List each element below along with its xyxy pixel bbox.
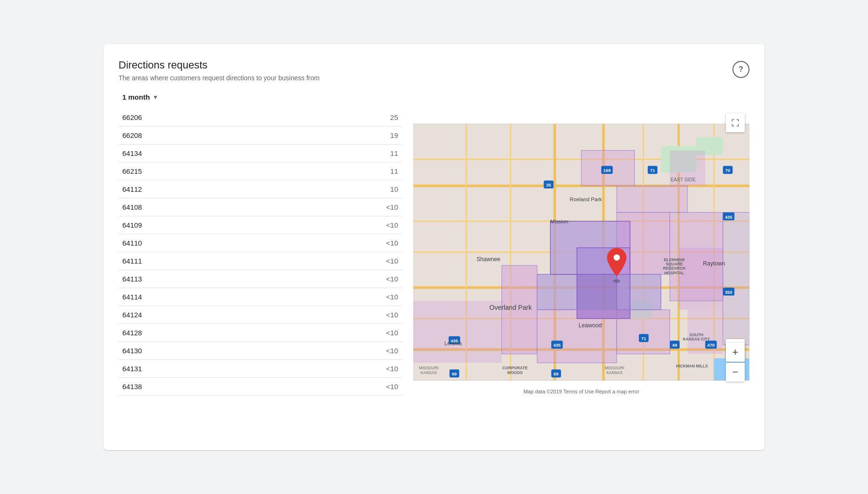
count-cell: 10: [166, 180, 402, 198]
svg-rect-21: [537, 274, 577, 310]
count-cell: <10: [166, 216, 402, 234]
zoom-out-button[interactable]: −: [726, 363, 745, 382]
svg-text:470: 470: [707, 343, 715, 348]
svg-text:KANSAS CITY: KANSAS CITY: [683, 337, 710, 341]
zipcode-cell: 64134: [119, 145, 166, 162]
svg-rect-25: [617, 310, 670, 354]
help-button[interactable]: ?: [732, 61, 749, 78]
count-cell: <10: [166, 342, 402, 360]
table-row: 66208 19: [119, 127, 402, 145]
zipcode-cell: 66215: [119, 162, 166, 180]
count-cell: 19: [166, 127, 402, 145]
svg-text:Mission: Mission: [550, 219, 568, 224]
zipcode-cell: 64112: [119, 180, 166, 198]
card-header: Directions requests The areas where cust…: [119, 59, 749, 82]
svg-text:69: 69: [553, 372, 558, 376]
table-row: 64124 <10: [119, 306, 402, 324]
zipcode-cell: 64110: [119, 234, 166, 252]
zoom-out-icon: −: [732, 366, 739, 378]
svg-rect-31: [679, 248, 723, 310]
count-cell: <10: [166, 252, 402, 270]
svg-text:KANSAS: KANSAS: [606, 370, 623, 375]
table-row: 64131 <10: [119, 360, 402, 378]
svg-text:HICKMAN MILLS: HICKMAN MILLS: [676, 364, 708, 368]
svg-text:WOODS: WOODS: [507, 370, 523, 375]
table-row: 64128 <10: [119, 324, 402, 342]
svg-rect-22: [617, 274, 661, 310]
time-filter-dropdown[interactable]: 1 month ▼: [119, 91, 162, 103]
svg-text:35: 35: [546, 183, 551, 187]
svg-text:350: 350: [725, 290, 732, 295]
table-row: 64130 <10: [119, 342, 402, 360]
svg-text:Lenexa: Lenexa: [444, 341, 462, 346]
table-row: 66215 11: [119, 162, 402, 180]
zipcode-cell: 64114: [119, 288, 166, 306]
svg-text:Shawnee: Shawnee: [477, 256, 501, 263]
svg-text:169: 169: [604, 168, 611, 173]
directions-table: 66206 25 66208 19 64134 11 66215 11 6411…: [119, 109, 402, 396]
table-row: 64109 <10: [119, 216, 402, 234]
help-icon: ?: [739, 65, 743, 74]
count-cell: <10: [166, 288, 402, 306]
table-row: 64108 <10: [119, 198, 402, 216]
svg-text:435: 435: [725, 215, 732, 220]
count-cell: 11: [166, 145, 402, 162]
table-row: 64112 10: [119, 180, 402, 198]
zoom-in-button[interactable]: +: [726, 343, 745, 362]
zipcode-cell: 64128: [119, 324, 166, 342]
svg-text:HOSPITAL: HOSPITAL: [664, 271, 684, 275]
svg-text:69: 69: [452, 372, 457, 376]
table-row: 64110 <10: [119, 234, 402, 252]
table-row: 66206 25: [119, 109, 402, 127]
svg-rect-28: [617, 186, 688, 212]
map-area: 35 69 69 169 70 71 71: [413, 109, 749, 396]
zipcode-cell: 64111: [119, 252, 166, 270]
count-cell: <10: [166, 378, 402, 396]
directions-requests-card: Directions requests The areas where cust…: [103, 44, 765, 450]
svg-text:435: 435: [553, 343, 561, 348]
count-cell: 25: [166, 109, 402, 127]
page-subtitle: The areas where customers request direct…: [119, 74, 320, 82]
fullscreen-button[interactable]: [726, 113, 745, 132]
svg-point-95: [613, 255, 620, 261]
svg-text:71: 71: [641, 336, 646, 341]
svg-text:KANSAS: KANSAS: [421, 370, 437, 375]
filter-label: 1 month: [122, 93, 150, 101]
chevron-down-icon: ▼: [153, 94, 158, 101]
page-title: Directions requests: [119, 59, 320, 71]
svg-point-94: [613, 279, 620, 282]
count-cell: <10: [166, 324, 402, 342]
svg-text:Leawood: Leawood: [579, 322, 602, 329]
svg-text:Roeland Park: Roeland Park: [570, 196, 602, 202]
svg-text:70: 70: [725, 168, 730, 173]
zipcode-cell: 64113: [119, 270, 166, 288]
zipcode-cell: 64138: [119, 378, 166, 396]
filter-row: 1 month ▼: [119, 91, 749, 103]
svg-text:71: 71: [650, 168, 655, 173]
table-row: 64134 11: [119, 145, 402, 162]
svg-rect-34: [413, 301, 502, 363]
map-attribution: Map data ©2019 Terms of Use Report a map…: [413, 387, 749, 396]
count-cell: <10: [166, 360, 402, 378]
svg-text:49: 49: [672, 343, 677, 348]
count-cell: <10: [166, 306, 402, 324]
title-area: Directions requests The areas where cust…: [119, 59, 320, 82]
map-svg: 35 69 69 169 70 71 71: [413, 109, 749, 396]
table-row: 64113 <10: [119, 270, 402, 288]
svg-rect-27: [617, 213, 670, 274]
count-cell: <10: [166, 198, 402, 216]
svg-text:Overland Park: Overland Park: [489, 304, 532, 311]
table-row: 64138 <10: [119, 378, 402, 396]
zipcode-cell: 64108: [119, 198, 166, 216]
svg-rect-33: [723, 213, 749, 345]
count-cell: <10: [166, 234, 402, 252]
table-row: 64114 <10: [119, 288, 402, 306]
zipcode-cell: 66206: [119, 109, 166, 127]
count-cell: 11: [166, 162, 402, 180]
svg-text:EAST SIDE: EAST SIDE: [671, 177, 696, 182]
svg-text:Raytown: Raytown: [703, 260, 725, 267]
zipcode-cell: 66208: [119, 127, 166, 145]
zipcode-cell: 64130: [119, 342, 166, 360]
zipcode-cell: 64131: [119, 360, 166, 378]
content-area: 66206 25 66208 19 64134 11 66215 11 6411…: [119, 109, 749, 396]
